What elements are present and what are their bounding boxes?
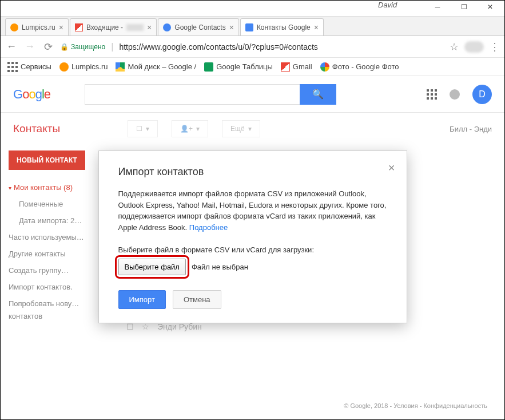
photos-icon [320, 62, 329, 72]
profile-indicator[interactable] [464, 41, 484, 53]
drive-icon [116, 62, 125, 72]
url-text[interactable]: https://www.google.com/contacts/u/0/?cpl… [119, 42, 444, 51]
gmail-icon [281, 62, 290, 72]
tab-label: Google Contacts [174, 23, 225, 31]
dialog-title: Импорт контактов [118, 166, 387, 178]
tab-lumpics[interactable]: Lumpics.ru × [5, 18, 69, 35]
tab-label: Lumpics.ru [22, 23, 55, 31]
tab-contacts-ru[interactable]: Контакты Google × [240, 18, 324, 35]
close-icon[interactable]: × [59, 23, 63, 32]
import-button[interactable]: Импорт [118, 290, 166, 309]
secure-indicator[interactable]: 🔒 Защищено [60, 43, 105, 51]
page-footer: © Google, 2018 - Условия - Конфиденциаль… [344, 402, 487, 409]
apps-button[interactable]: Сервисы [7, 62, 51, 72]
orange-icon [10, 23, 18, 31]
close-icon[interactable]: × [229, 23, 234, 32]
bookmarks-bar: Сервисы Lumpics.ru Мой диск – Google / G… [1, 58, 504, 76]
blurred-text [126, 24, 144, 31]
import-contacts-dialog: × Импорт контактов Поддерживается импорт… [98, 150, 407, 323]
window-titlebar: David ─ ☐ ✕ [1, 1, 504, 17]
close-icon[interactable]: × [314, 23, 319, 32]
orange-icon [59, 62, 69, 72]
bookmark-sheets[interactable]: Google Таблицы [204, 62, 273, 72]
sheets-icon [204, 62, 213, 72]
cancel-button[interactable]: Отмена [173, 290, 221, 309]
browser-tabs: Lumpics.ru × Входящие - × Google Contact… [1, 17, 504, 36]
address-bar: ← → ⟳ 🔒 Защищено | https://www.google.co… [1, 36, 504, 58]
dialog-overlay: × Импорт контактов Поддерживается импорт… [1, 76, 504, 420]
gmail-icon [75, 23, 83, 31]
select-file-label: Выберите файл в формате CSV или vCard дл… [118, 245, 387, 254]
tab-label: Контакты Google [257, 23, 311, 31]
tab-google-contacts[interactable]: Google Contacts × [158, 18, 239, 35]
apps-label: Сервисы [21, 62, 51, 71]
bookmark-lumpics[interactable]: Lumpics.ru [59, 62, 108, 72]
learn-more-link[interactable]: Подробнее [189, 223, 228, 232]
close-window-button[interactable]: ✕ [477, 1, 503, 13]
tab-inbox[interactable]: Входящие - × [70, 18, 157, 35]
window-user-label: David [378, 1, 397, 9]
privacy-link[interactable]: Конфиденциальность [423, 402, 487, 409]
secure-label: Защищено [71, 43, 105, 51]
gdoc-icon [245, 23, 253, 31]
minimize-button[interactable]: ─ [424, 1, 451, 13]
apps-grid-icon [7, 62, 18, 72]
no-file-label: Файл не выбран [192, 263, 248, 271]
bookmark-photos[interactable]: Фото - Google Фото [320, 62, 399, 72]
browser-menu-button[interactable]: ⋮ [490, 41, 500, 53]
close-icon[interactable]: × [147, 23, 152, 32]
bookmark-drive[interactable]: Мой диск – Google / [116, 62, 196, 72]
forward-button[interactable]: → [23, 41, 36, 53]
back-button[interactable]: ← [5, 41, 18, 53]
bookmark-gmail[interactable]: Gmail [281, 62, 312, 72]
highlight-annotation [115, 255, 189, 279]
tab-label: Входящие - [86, 23, 123, 31]
google-contacts-icon [163, 23, 171, 31]
terms-link[interactable]: Условия [393, 402, 417, 409]
lock-icon: 🔒 [60, 43, 69, 51]
page-content: Google 🔍 D Контакты ☐▾ 👤+▾ Ещё▾ Билл - Э… [1, 76, 504, 420]
bookmark-star-icon[interactable]: ☆ [450, 41, 459, 53]
dialog-close-button[interactable]: × [388, 161, 395, 175]
maximize-button[interactable]: ☐ [451, 1, 477, 13]
dialog-body: Поддерживается импорт файлов формата CSV… [118, 188, 387, 233]
reload-button[interactable]: ⟳ [42, 41, 54, 53]
